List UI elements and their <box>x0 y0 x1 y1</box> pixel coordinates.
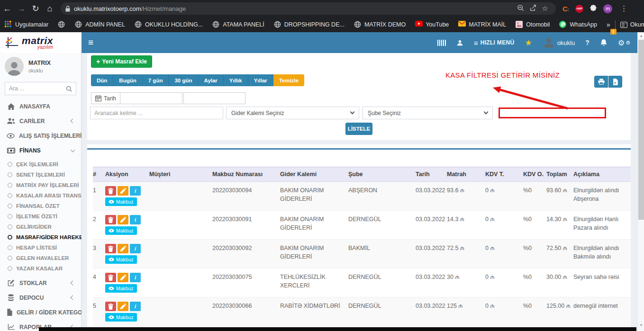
info-button[interactable]: i <box>130 215 141 224</box>
sidebar-item-cari-ler[interactable]: CARİLER <box>0 114 81 128</box>
sidebar-subitem-senet-i-lemleri-[interactable]: SENET İŞLEMLERİ <box>0 170 81 180</box>
view-receipt-button[interactable]: Makbuz <box>105 284 137 293</box>
sidebar-subitem-kasalar-arasi-transfer[interactable]: KASALAR ARASI TRANSFER <box>0 190 81 201</box>
excel-export-button[interactable]: x <box>608 76 622 88</box>
sidebar-subitem--ek-i-lemleri-[interactable]: ÇEK İŞLEMLERİ <box>0 159 81 170</box>
settings-gears-icon[interactable]: ⚙⚙ <box>613 32 635 53</box>
sidebar-search-input[interactable] <box>9 85 66 92</box>
bookmark-item[interactable]: DROPSHIPPING DE... <box>274 21 345 28</box>
sidebar-subitem-gelen-havaleler[interactable]: GELEN HAVALELER <box>0 253 81 263</box>
bookmarks-overflow-icon[interactable]: » <box>607 21 610 28</box>
edit-button[interactable] <box>118 273 128 282</box>
info-button[interactable]: i <box>130 186 141 196</box>
bookmark-item[interactable]: ADMİN PANEL <box>75 21 125 28</box>
search-icon[interactable] <box>66 86 72 92</box>
view-receipt-button[interactable]: Makbuz <box>105 313 137 322</box>
view-receipt-button[interactable]: Makbuz <box>105 197 137 206</box>
branch-select[interactable]: Şube Seçiniz <box>363 107 493 119</box>
sidebar-subitem-masraf-gi-der-hareketleri-[interactable]: MASRAF/GİDER HAREKETLERİ <box>0 232 81 242</box>
date-cell: 03.03.2022 <box>416 182 447 211</box>
sidebar-subitem-label: YAZAR KASALAR <box>16 266 63 271</box>
sidebar-subitem-geli-r-gi-der[interactable]: GELİR/GİDER <box>0 222 81 232</box>
expense-item-select[interactable]: Gider Kalemi Seçiniz <box>226 107 359 119</box>
sidebar-item-depocu[interactable]: DEPOCU <box>0 290 81 305</box>
user-menu[interactable]: okuklu <box>537 32 581 53</box>
share-icon[interactable] <box>526 4 539 13</box>
reload-icon[interactable]: ↻ <box>28 0 43 17</box>
reading-list-button[interactable]: Okuma listesi <box>620 21 644 28</box>
bookmark-item[interactable]: MATRİX MAİL <box>458 21 506 28</box>
browser-menu-icon[interactable]: ⋮ <box>618 4 629 13</box>
puzzle-extensions-icon[interactable] <box>590 5 597 12</box>
edit-button[interactable] <box>118 302 128 311</box>
url-bar[interactable]: okuklu.matrixotoerp.com /Hizmet/manage ☆ <box>61 2 556 15</box>
sidebar-subitem-hesap-li-stesi-[interactable]: HESAP LİSTESİ <box>0 242 81 253</box>
range-button-aylar[interactable]: Aylar <box>199 74 224 86</box>
page-scrollbar[interactable]: ▲ ▼ <box>637 32 644 331</box>
scrollbar-thumb[interactable] <box>638 40 644 220</box>
range-button-bug-n[interactable]: Bugün <box>113 74 142 86</box>
range-button-d-n[interactable]: Dün <box>91 74 113 86</box>
app-logo[interactable]: matrix yazılım <box>0 32 82 53</box>
delete-button[interactable] <box>105 215 116 224</box>
notifications-button[interactable]: 1 <box>595 32 613 53</box>
sidebar-item-geli-r-gi-der-kategori-[interactable]: GELİR / GİDER KATEGORİ <box>0 305 81 320</box>
date-from-input[interactable] <box>120 92 182 104</box>
sidebar-subitem-matri-x-pay-i-lemleri-[interactable]: MATRİX PAY İŞLEMLERİ <box>0 180 81 190</box>
bookmark-item[interactable]: OKUKLU HOLDİNG... <box>135 21 203 28</box>
clear-filter-button[interactable]: Temizle <box>273 74 304 86</box>
bookmark-item[interactable]: ATAMA PANELİ <box>212 21 264 28</box>
favorites-star-icon[interactable]: ★ <box>519 32 537 53</box>
adblock-extension-icon[interactable]: ABP <box>575 5 583 13</box>
forward-icon[interactable]: → <box>14 0 28 17</box>
browser-profile-avatar[interactable]: m <box>603 4 612 13</box>
help-button[interactable]: ? <box>580 32 595 53</box>
print-button[interactable] <box>594 76 608 88</box>
add-expense-button[interactable]: + Yeni Masraf Ekle <box>91 55 152 68</box>
scroll-up-icon[interactable]: ▲ <box>638 33 644 39</box>
delete-button[interactable] <box>105 186 116 196</box>
delete-button[interactable] <box>105 244 116 253</box>
sidebar-item-ali-sati-i-lemleri-[interactable]: ALIŞ SATIŞ İŞLEMLERİ <box>0 128 81 143</box>
edit-button[interactable] <box>118 244 128 253</box>
range-button-y-llar[interactable]: Yıllar <box>248 74 273 86</box>
view-receipt-button[interactable]: Makbuz <box>105 255 137 264</box>
range-button-7-g-n[interactable]: 7 gün <box>143 74 169 86</box>
barcode-button[interactable] <box>432 32 451 53</box>
range-button-30-g-n[interactable]: 30 gün <box>169 74 198 86</box>
sidebar-subitem-fi-nansal-zet[interactable]: FİNANSAL ÖZET <box>0 201 81 211</box>
sidebar-subitem-yazar-kasalar[interactable]: YAZAR KASALAR <box>0 263 81 274</box>
delete-button[interactable] <box>105 273 116 282</box>
quick-menu-button[interactable]: ≡ HIZLI MENÜ <box>469 32 519 53</box>
bookmark-star-icon[interactable]: ☆ <box>539 4 551 13</box>
info-button[interactable]: i <box>130 273 141 282</box>
delete-button[interactable] <box>105 302 116 311</box>
user-quick-button[interactable] <box>451 32 469 53</box>
list-button[interactable]: LİSTELE <box>345 123 372 135</box>
sidebar-item-stoklar[interactable]: STOKLAR <box>0 276 81 290</box>
view-receipt-button[interactable]: Makbuz <box>105 226 137 235</box>
bookmark-item[interactable] <box>58 21 65 28</box>
colorzilla-extension-icon[interactable]: C: <box>562 5 569 13</box>
keyword-search-input[interactable] <box>90 107 223 119</box>
edit-button[interactable] <box>118 215 128 224</box>
bookmark-item[interactable]: MATRİX DEMO <box>354 21 406 28</box>
sidebar-item-fi-nans[interactable]: FİNANS <box>0 143 81 158</box>
scroll-down-icon[interactable]: ▼ <box>638 322 644 329</box>
range-button-y-ll-k[interactable]: Yıllık <box>224 74 248 86</box>
edit-button[interactable] <box>118 186 128 196</box>
date-to-input[interactable] <box>183 92 245 104</box>
info-button[interactable]: i <box>130 244 141 253</box>
back-icon[interactable]: ← <box>0 0 14 17</box>
info-button[interactable]: i <box>130 302 141 311</box>
bookmark-item[interactable]: YouTube <box>415 21 449 28</box>
bookmark-item[interactable]: Uygulamalar <box>5 21 48 28</box>
filters-panel: + Yeni Masraf Ekle DünBugün7 gün30 günAy… <box>87 53 631 141</box>
bookmark-item[interactable]: WhatsApp <box>559 21 597 28</box>
bookmark-item[interactable]: Otomobil <box>516 21 550 28</box>
sidebar-item-anasayfa[interactable]: ANASAYFA <box>0 99 81 114</box>
sidebar-toggle-icon[interactable]: ≡ <box>88 38 93 47</box>
home-icon[interactable]: ⌂ <box>43 0 57 17</box>
zoom-out-icon[interactable] <box>514 4 526 13</box>
sidebar-subitem-i-letme-zeti-[interactable]: İŞLETME ÖZETİ <box>0 211 81 222</box>
